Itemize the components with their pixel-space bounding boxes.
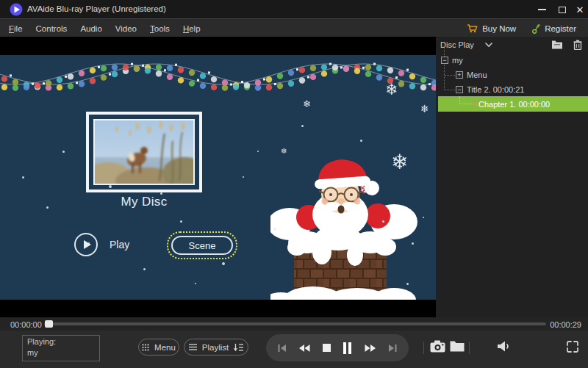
snow-dot bbox=[382, 220, 384, 223]
open-file-button[interactable] bbox=[450, 341, 465, 352]
snow-dot bbox=[46, 206, 49, 209]
fullscreen-button[interactable] bbox=[565, 339, 580, 354]
snowflake-icon: ❄ bbox=[385, 82, 398, 97]
chapter-marker-icon bbox=[473, 102, 478, 106]
sidebar: Disc Play bbox=[436, 37, 588, 317]
minimize-icon bbox=[538, 9, 546, 10]
tree-connector bbox=[444, 65, 445, 90]
pause-button[interactable] bbox=[343, 342, 352, 354]
maximize-icon bbox=[559, 7, 566, 13]
transport-controls bbox=[266, 334, 409, 361]
minimize-button[interactable] bbox=[534, 0, 550, 19]
maximize-button[interactable] bbox=[554, 0, 570, 19]
close-button[interactable]: ✕ bbox=[572, 0, 588, 19]
tree-connector bbox=[445, 90, 455, 90]
christmas-lights bbox=[0, 55, 436, 102]
snow-dot bbox=[180, 220, 182, 223]
snow-dot bbox=[195, 283, 196, 284]
disc-menu-title: My Disc bbox=[86, 195, 202, 209]
tree-connector bbox=[459, 104, 472, 104]
snow-dot bbox=[406, 283, 409, 285]
menu-help[interactable]: Help bbox=[183, 24, 201, 33]
menu-button-label: Menu bbox=[154, 343, 176, 352]
speaker-icon bbox=[497, 340, 511, 353]
close-icon: ✕ bbox=[576, 5, 584, 15]
total-time: 00:00:29 bbox=[550, 320, 581, 329]
tree-node-menu[interactable]: Menu bbox=[467, 71, 487, 79]
fast-forward-button[interactable] bbox=[365, 344, 376, 353]
playlist-order-icon[interactable] bbox=[234, 343, 243, 352]
menu-audio[interactable]: Audio bbox=[80, 24, 101, 33]
playing-label: Playing: bbox=[27, 337, 95, 346]
cart-icon bbox=[467, 24, 478, 33]
grid-icon bbox=[142, 344, 149, 351]
menubar: File Controls Audio Video Tools Help Buy… bbox=[0, 20, 588, 37]
next-button[interactable] bbox=[388, 344, 398, 353]
previous-button[interactable] bbox=[277, 344, 287, 353]
tree-connector bbox=[459, 96, 460, 104]
playlist-button[interactable]: Playlist bbox=[184, 339, 248, 356]
tree-node-title[interactable]: Title 2. 00:00:21 bbox=[467, 85, 524, 94]
snow-dot bbox=[243, 176, 244, 178]
tree-connector bbox=[444, 48, 445, 57]
progress-row: 00:00:00 00:00:29 bbox=[0, 317, 588, 331]
snow-dot bbox=[222, 262, 225, 265]
fullscreen-icon bbox=[565, 339, 580, 354]
snowflake-icon: ❄ bbox=[303, 99, 311, 109]
titlebar: AVAide Blu-ray Player (Unregistered) ✕ bbox=[0, 0, 588, 19]
tree-expand-menu[interactable]: + bbox=[456, 71, 463, 79]
chapter-label: Chapter 1. 00:00:00 bbox=[478, 100, 550, 109]
buy-now-button[interactable]: Buy Now bbox=[467, 24, 516, 33]
menu-file[interactable]: File bbox=[9, 24, 23, 33]
scene-button[interactable]: Scene bbox=[167, 231, 237, 259]
snow-dot bbox=[22, 176, 24, 178]
camera-icon bbox=[430, 340, 445, 353]
open-folder-icon[interactable] bbox=[551, 40, 563, 49]
disc-play-mode-label: Disc Play bbox=[440, 40, 474, 49]
snow-dot bbox=[160, 192, 162, 195]
tree-node-root[interactable]: my bbox=[452, 56, 463, 65]
play-circle-icon bbox=[74, 233, 98, 256]
trash-icon[interactable] bbox=[573, 40, 582, 50]
menu-tools[interactable]: Tools bbox=[150, 24, 170, 33]
tree-collapse-title[interactable]: − bbox=[456, 86, 463, 93]
register-button[interactable]: Register bbox=[532, 24, 576, 34]
app-logo-icon bbox=[10, 3, 23, 16]
snow-dot bbox=[301, 125, 304, 127]
chevron-down-icon[interactable] bbox=[484, 42, 493, 48]
snapshot-button[interactable] bbox=[430, 340, 445, 353]
seek-bar[interactable] bbox=[44, 322, 546, 325]
list-icon bbox=[189, 344, 197, 350]
snow-dot bbox=[62, 151, 65, 153]
playing-item: my bbox=[27, 348, 95, 357]
snow-dot bbox=[315, 286, 317, 289]
tree-collapse-root[interactable]: − bbox=[441, 57, 448, 64]
menu-controls[interactable]: Controls bbox=[36, 24, 68, 33]
play-button[interactable]: Play bbox=[74, 233, 129, 256]
snow-dot bbox=[423, 217, 424, 218]
now-playing-box: Playing: my bbox=[22, 335, 100, 361]
volume-button[interactable] bbox=[497, 340, 511, 353]
rewind-button[interactable] bbox=[298, 344, 310, 353]
snowflake-icon: ❄ bbox=[359, 181, 371, 195]
control-bar: Playing: my Menu Playlist bbox=[0, 331, 588, 368]
disc-menu-button[interactable]: Menu bbox=[138, 339, 179, 356]
menu-video[interactable]: Video bbox=[115, 24, 137, 33]
tree-node-chapter-selected[interactable]: Chapter 1. 00:00:00 bbox=[438, 96, 588, 112]
snow-dot bbox=[257, 151, 259, 152]
snowflake-icon: ❄ bbox=[420, 104, 429, 114]
separator bbox=[469, 342, 470, 354]
snowflake-icon: ❄ bbox=[281, 148, 287, 155]
key-icon bbox=[532, 24, 540, 34]
app-window: AVAide Blu-ray Player (Unregistered) ✕ F… bbox=[0, 0, 588, 368]
snow-dot bbox=[360, 140, 362, 142]
scene: My Disc Play Scene bbox=[0, 55, 436, 300]
playlist-button-label: Playlist bbox=[202, 343, 229, 352]
santa-chimney-graphic bbox=[270, 154, 417, 300]
stop-button[interactable] bbox=[323, 344, 331, 352]
folder-icon bbox=[450, 341, 465, 352]
play-label: Play bbox=[110, 239, 129, 250]
separator bbox=[423, 342, 424, 354]
seek-handle[interactable] bbox=[45, 320, 53, 328]
snow-dot bbox=[109, 185, 112, 188]
